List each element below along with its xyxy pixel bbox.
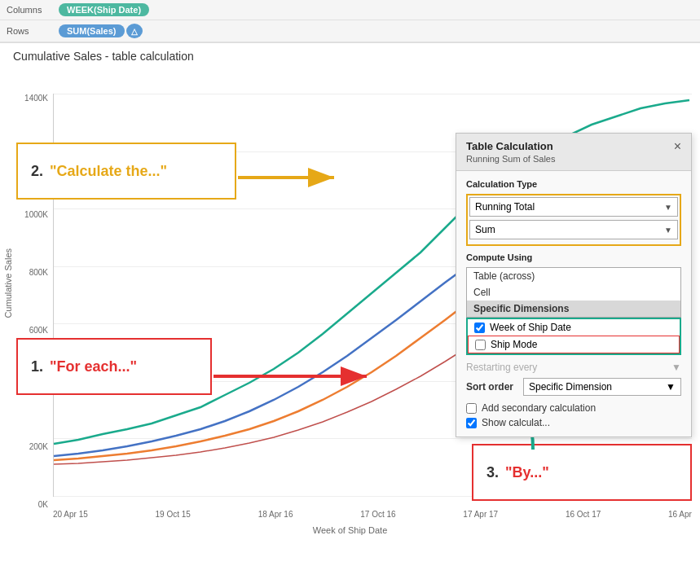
dropdown2-arrow-icon: ▼ <box>664 226 672 235</box>
running-total-value: Running Total <box>475 201 535 213</box>
x-axis-title: Week of Ship Date <box>313 525 388 535</box>
y-label-800: 800K <box>29 268 48 277</box>
add-secondary-checkbox[interactable] <box>466 403 477 414</box>
columns-row: Columns WEEK(Ship Date) <box>0 0 700 20</box>
compute-list: Table (across) Cell Specific Dimensions <box>466 267 681 318</box>
annotation-2-num: 2. <box>31 163 43 180</box>
specific-dimensions-header: Specific Dimensions <box>467 301 680 317</box>
panel-header: Table Calculation Running Sum of Sales × <box>456 134 691 171</box>
chart-area: Cumulative Sales - table calculation Cum… <box>0 43 700 581</box>
dim-item-week[interactable]: Week of Ship Date <box>468 319 680 336</box>
restarting-label: Restarting every <box>466 362 671 373</box>
columns-label: Columns <box>7 5 55 15</box>
sort-dropdown-arrow-icon: ▼ <box>666 381 676 393</box>
arrow-red <box>214 364 376 391</box>
add-secondary-row: Add secondary calculation <box>466 402 681 414</box>
dropdown1-arrow-icon: ▼ <box>664 203 672 212</box>
sum-dropdown[interactable]: Sum ▼ <box>469 220 678 239</box>
compute-item-cell[interactable]: Cell <box>467 284 680 301</box>
x-label-7: 16 Apr <box>668 510 692 519</box>
panel-subtitle: Running Sum of Sales <box>466 154 555 164</box>
header: Columns WEEK(Ship Date) Rows SUM(Sales) … <box>0 0 700 43</box>
annotation-2-text: "Calculate the..." <box>50 163 167 180</box>
dim-item-shipmode[interactable]: Ship Mode <box>468 336 680 353</box>
close-button[interactable]: × <box>674 140 681 153</box>
restarting-dropdown-arrow-icon: ▼ <box>671 362 681 373</box>
table-calc-panel: Table Calculation Running Sum of Sales ×… <box>456 133 692 437</box>
sort-order-label: Sort order <box>466 381 523 393</box>
panel-body: Calculation Type Running Total ▼ Sum ▼ C… <box>456 171 691 437</box>
y-label-1000: 1000K <box>24 210 48 219</box>
columns-pill[interactable]: WEEK(Ship Date) <box>59 3 149 16</box>
week-checkbox[interactable] <box>474 323 485 333</box>
rows-delta-icon: △ <box>126 24 143 38</box>
panel-title: Table Calculation <box>466 140 555 152</box>
arrow-orange <box>238 165 344 192</box>
running-total-dropdown[interactable]: Running Total ▼ <box>469 197 678 217</box>
x-label-4: 17 Oct 16 <box>360 510 395 519</box>
x-label-2: 19 Oct 15 <box>156 510 191 519</box>
annotation-box-foreach: 1. "For each..." <box>16 338 212 395</box>
calc-type-box: Running Total ▼ Sum ▼ <box>466 194 681 246</box>
sort-order-dropdown[interactable]: Specific Dimension ▼ <box>523 378 681 396</box>
sum-value: Sum <box>475 224 495 235</box>
dim-list: Week of Ship Date Ship Mode <box>466 318 681 355</box>
annotation-3-num: 3. <box>486 464 499 481</box>
rows-label: Rows <box>7 26 55 36</box>
show-calc-checkbox[interactable] <box>466 418 477 428</box>
add-secondary-label: Add secondary calculation <box>482 402 596 414</box>
y-label-600: 600K <box>29 326 48 335</box>
annotation-box-calculate: 2. "Calculate the..." <box>16 143 236 200</box>
x-label-6: 16 Oct 17 <box>566 510 601 519</box>
chart-inner: Cumulative Sales 1400K 1200K 1000K 800K … <box>0 69 700 542</box>
shipmode-label: Ship Mode <box>491 339 537 350</box>
shipmode-checkbox[interactable] <box>475 340 486 350</box>
x-label-3: 18 Apr 16 <box>258 510 293 519</box>
week-label: Week of Ship Date <box>490 322 571 333</box>
y-label-200: 200K <box>29 442 48 451</box>
x-axis-labels: 20 Apr 15 19 Oct 15 18 Apr 16 17 Oct 16 … <box>53 510 692 519</box>
show-calc-label: Show calculat... <box>482 417 550 428</box>
rows-row: Rows SUM(Sales) △ <box>0 20 700 42</box>
x-label-5: 17 Apr 17 <box>463 510 498 519</box>
calc-type-section-title: Calculation Type <box>466 179 681 189</box>
annotation-1-num: 1. <box>31 358 43 375</box>
sort-order-value: Specific Dimension <box>529 381 612 393</box>
y-label-0: 0K <box>38 500 48 509</box>
x-label-1: 20 Apr 15 <box>53 510 88 519</box>
chart-title: Cumulative Sales - table calculation <box>0 43 700 69</box>
annotation-3-text: "By..." <box>505 464 549 481</box>
rows-pill[interactable]: SUM(Sales) <box>59 24 125 37</box>
sort-row: Sort order Specific Dimension ▼ <box>466 378 681 396</box>
y-label-1400: 1400K <box>24 94 48 103</box>
annotation-1-text: "For each..." <box>50 358 137 375</box>
compute-using-section: Compute Using Table (across) Cell Specif… <box>466 252 681 355</box>
restarting-row: Restarting every ▼ <box>466 362 681 373</box>
panel-header-text: Table Calculation Running Sum of Sales <box>466 140 555 164</box>
compute-using-label: Compute Using <box>466 252 681 262</box>
show-calc-row: Show calculat... <box>466 417 681 428</box>
compute-item-table[interactable]: Table (across) <box>467 268 680 284</box>
